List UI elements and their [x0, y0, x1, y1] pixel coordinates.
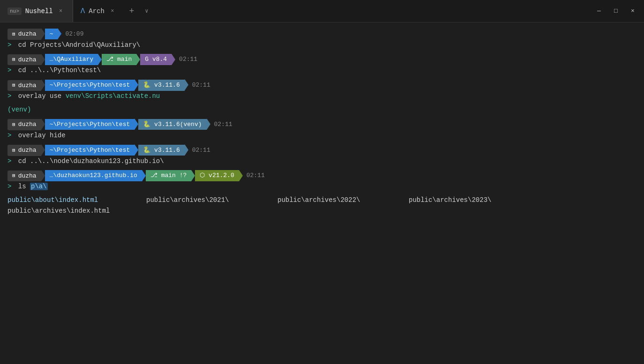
- output-col-2-1: public\archives\index.html: [7, 207, 110, 215]
- username-6: duzha: [18, 171, 37, 181]
- tab-nushell-label: Nushell: [25, 7, 53, 15]
- segment-grid-6: ⊞ duzha: [7, 171, 41, 182]
- grid-icon-4: ⊞: [12, 121, 15, 129]
- terminal-block-4: ⊞ duzha ~\Projects\Python\test🐍 v3.11.6(…: [7, 119, 637, 141]
- output-line-3: (venv): [7, 105, 637, 115]
- cmd-autocomplete-6: p\a\: [30, 183, 48, 190]
- grid-icon-3: ⊞: [12, 82, 15, 89]
- cmd-text-1: cd Projects\Android\QAuxiliary\: [18, 41, 140, 49]
- segment-node-6: ⬡ v21.2.0: [195, 170, 239, 181]
- close-button[interactable]: ×: [625, 4, 640, 19]
- cmd-prompt-4: >: [7, 132, 11, 139]
- output-col-1-1: public\about\index.html: [7, 195, 139, 205]
- arrow-path-1: [58, 28, 61, 39]
- segment-python-4: 🐍 v3.11.6(venv): [138, 119, 206, 130]
- grid-icon-5: ⊞: [12, 147, 15, 155]
- command-line-5: > cd ..\..\node\duzhaokun123.github.io\: [7, 156, 637, 166]
- arrow-3c: [185, 79, 188, 90]
- segment-git-2: ⎇ main: [102, 54, 136, 65]
- titlebar: nu> Nushell × Λ Arch × + ∨ — □ ×: [0, 0, 644, 22]
- tab-arch[interactable]: Λ Arch ×: [73, 0, 124, 22]
- arrow-4a: [41, 119, 45, 130]
- prompt-line-6: ⊞ duzha …\duzhaokun123.github.io⎇ main !…: [7, 170, 637, 182]
- cmd-text-3a: overlay use: [18, 92, 66, 100]
- segment-python-3: 🐍 v3.11.6: [138, 80, 184, 91]
- arch-icon: Λ: [81, 7, 85, 15]
- username-3: duzha: [18, 81, 37, 90]
- cmd-text-6a: ls: [18, 183, 30, 190]
- segment-time-5: 02:11: [188, 145, 215, 156]
- username-4: duzha: [18, 120, 37, 129]
- prompt-line-2: ⊞ duzha …\QAuxiliary⎇ mainG v8.402:11: [7, 54, 637, 66]
- segment-grid-4: ⊞ duzha: [7, 119, 41, 130]
- segment-time-3: 02:11: [188, 80, 215, 91]
- arrow-6c: [191, 170, 195, 181]
- tab-arch-label: Arch: [89, 7, 105, 15]
- arrow-6d: [239, 170, 243, 181]
- terminal-block-1: ⊞ duzha ~02:09 > cd Projects\Android\QAu…: [7, 28, 637, 50]
- terminal-content[interactable]: ⊞ duzha ~02:09 > cd Projects\Android\QAu…: [0, 22, 644, 364]
- arrow-4b: [135, 119, 138, 130]
- cmd-text-4: overlay hide: [18, 132, 66, 139]
- command-line-6: > ls p\a\: [7, 182, 637, 192]
- segment-grid-1: ⊞ duzha: [7, 29, 41, 40]
- segment-path-2: …\QAuxiliary: [45, 54, 98, 65]
- arrow-6a: [41, 170, 45, 181]
- window-controls: — □ ×: [592, 4, 644, 19]
- arrow-2a: [41, 54, 45, 65]
- tab-arch-close[interactable]: ×: [108, 7, 117, 15]
- prompt-line-1: ⊞ duzha ~02:09: [7, 28, 637, 40]
- segment-path-6: …\duzhaokun123.github.io: [45, 170, 142, 181]
- arrow-5b: [135, 144, 138, 156]
- segment-git-6: ⎇ main !?: [146, 170, 191, 181]
- terminal-block-2: ⊞ duzha …\QAuxiliary⎇ mainG v8.402:11 > …: [7, 54, 637, 76]
- tab-nushell-close[interactable]: ×: [57, 7, 65, 15]
- command-line-2: > cd ..\..\Python\test\: [7, 66, 637, 75]
- segment-time-6: 02:11: [243, 170, 270, 181]
- segment-path-4: ~\Projects\Python\test: [45, 119, 135, 130]
- prompt-line-3: ⊞ duzha ~\Projects\Python\test🐍 v3.11.60…: [7, 79, 637, 91]
- cmd-prompt-2: >: [7, 67, 11, 74]
- arrow-3a: [41, 79, 45, 90]
- segment-time-2: 02:11: [175, 54, 202, 65]
- command-line-1: > cd Projects\Android\QAuxiliary\: [7, 40, 637, 50]
- username-5: duzha: [18, 146, 37, 155]
- segment-time-4: 02:11: [210, 119, 237, 130]
- terminal-block-5: ⊞ duzha ~\Projects\Python\test🐍 v3.11.60…: [7, 144, 637, 166]
- arrow-3b: [135, 79, 138, 90]
- segment-path-1: ~: [45, 29, 58, 40]
- cmd-prompt-3: >: [7, 92, 11, 100]
- new-tab-button[interactable]: +: [124, 0, 139, 22]
- arrow-5c: [185, 144, 188, 156]
- segment-path-5: ~\Projects\Python\test: [45, 145, 135, 156]
- output-row-2: public\archives\index.html: [7, 206, 637, 216]
- segment-grid-5: ⊞ duzha: [7, 145, 41, 156]
- terminal-block-3: ⊞ duzha ~\Projects\Python\test🐍 v3.11.60…: [7, 79, 637, 115]
- arrow-5a: [41, 144, 45, 156]
- prompt-line-5: ⊞ duzha ~\Projects\Python\test🐍 v3.11.60…: [7, 144, 637, 156]
- segment-path-3: ~\Projects\Python\test: [45, 80, 135, 91]
- tab-nushell[interactable]: nu> Nushell ×: [0, 0, 73, 22]
- cmd-text-5: cd ..\..\node\duzhaokun123.github.io\: [18, 157, 164, 165]
- arrow-6b: [142, 170, 146, 181]
- command-line-3: > overlay use venv\Scripts\activate.nu: [7, 91, 637, 101]
- grid-icon-2: ⊞: [12, 56, 15, 64]
- output-col-1-3: public\archives\2022\: [270, 195, 401, 205]
- tab-dropdown-button[interactable]: ∨: [139, 0, 154, 22]
- username-1: duzha: [18, 30, 37, 39]
- terminal-block-6: ⊞ duzha …\duzhaokun123.github.io⎇ main !…: [7, 170, 637, 216]
- minimize-button[interactable]: —: [592, 4, 607, 19]
- segment-gradle-2: G v8.4: [140, 54, 172, 65]
- prompt-line-4: ⊞ duzha ~\Projects\Python\test🐍 v3.11.6(…: [7, 119, 637, 130]
- segment-time-1: 02:09: [61, 29, 88, 40]
- output-col-1-2: public\archives\2021\: [139, 195, 270, 205]
- grid-icon-6: ⊞: [12, 172, 15, 180]
- arrow-2b: [98, 54, 102, 65]
- segment-grid-2: ⊞ duzha: [7, 54, 41, 66]
- maximize-button[interactable]: □: [608, 4, 623, 19]
- segment-grid-3: ⊞ duzha: [7, 80, 41, 91]
- cmd-text-2: cd ..\..\Python\test\: [18, 67, 101, 74]
- cmd-prompt-5: >: [7, 157, 11, 165]
- username-2: duzha: [18, 55, 37, 65]
- output-col-1-4: public\archives\2023\: [401, 195, 491, 205]
